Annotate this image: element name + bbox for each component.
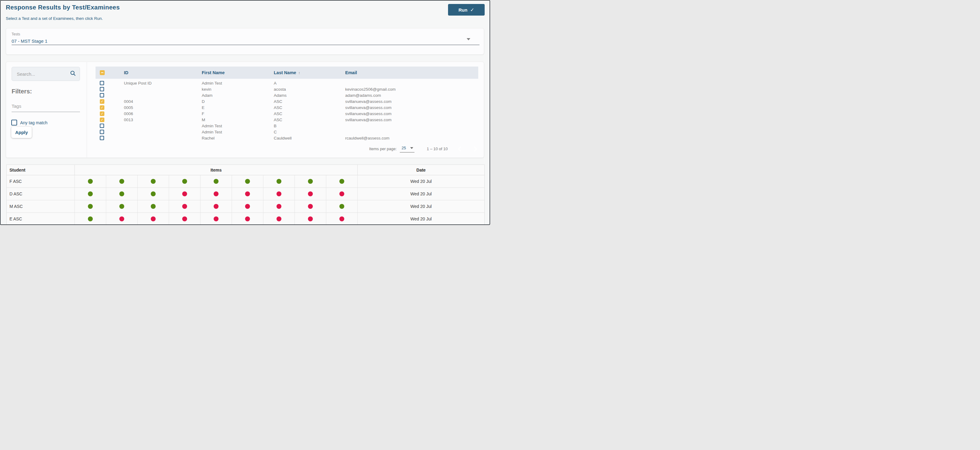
item-response-cell bbox=[169, 213, 200, 225]
page-header: Response Results by Test/Examinees Selec… bbox=[6, 4, 441, 21]
row-checkbox[interactable] bbox=[100, 124, 104, 128]
tags-input[interactable] bbox=[11, 102, 80, 112]
tests-select-label: Tests bbox=[11, 32, 479, 37]
pane-divider bbox=[87, 62, 87, 157]
row-checkbox-cell: ✓ bbox=[95, 105, 119, 110]
response-dot-correct bbox=[151, 191, 156, 196]
row-checkbox[interactable]: ✓ bbox=[100, 118, 104, 122]
examinee-row[interactable]: Unique Post IDAdmin TestA bbox=[95, 80, 478, 86]
response-dot-incorrect bbox=[245, 204, 250, 209]
item-response-cell bbox=[169, 188, 200, 200]
item-response-cell bbox=[294, 175, 326, 188]
response-dot-correct bbox=[214, 179, 218, 184]
results-date: Wed 20 Jul bbox=[357, 200, 484, 213]
cell-email: kevinacos2506@gmail.com bbox=[341, 87, 478, 92]
row-checkbox[interactable] bbox=[100, 87, 104, 91]
page-range-label: 1 – 10 of 10 bbox=[427, 146, 448, 151]
items-per-page-select[interactable]: 25 bbox=[400, 145, 414, 153]
examinee-row[interactable]: RachelCauldwellrcauldwell@assess.com bbox=[95, 135, 478, 141]
examinee-row[interactable]: Admin TestC bbox=[95, 129, 478, 135]
cell-email: adam@adams.com bbox=[341, 93, 478, 98]
response-dot-incorrect bbox=[182, 204, 187, 209]
item-response-cell bbox=[106, 213, 137, 225]
examinee-row[interactable]: AdamAdamsadam@adams.com bbox=[95, 92, 478, 98]
item-response-cell bbox=[263, 200, 294, 213]
chevron-left-icon bbox=[458, 146, 463, 151]
item-response-cell bbox=[326, 213, 357, 225]
row-checkbox[interactable]: ✓ bbox=[100, 99, 104, 104]
select-all-checkbox[interactable] bbox=[100, 70, 105, 75]
item-response-cell bbox=[137, 175, 169, 188]
response-dot-correct bbox=[182, 179, 187, 184]
row-checkbox[interactable]: ✓ bbox=[100, 105, 104, 110]
next-page-button[interactable] bbox=[473, 147, 477, 151]
row-checkbox-cell: ✓ bbox=[95, 118, 119, 122]
row-checkbox[interactable] bbox=[100, 136, 104, 140]
column-header-id[interactable]: ID bbox=[119, 70, 197, 75]
examinee-row[interactable]: ✓0004DASCsvillanueva@assess.com bbox=[95, 98, 478, 104]
run-button[interactable]: Run ✓ bbox=[448, 4, 485, 16]
tests-select-value[interactable]: 07 - MST Stage 1 bbox=[11, 38, 479, 44]
row-checkbox[interactable]: ✓ bbox=[100, 111, 104, 116]
response-dot-incorrect bbox=[339, 216, 344, 221]
any-tag-match-label: Any tag match bbox=[20, 120, 48, 125]
column-header-first-name[interactable]: First Name bbox=[197, 70, 269, 75]
cell-last-name: ASC bbox=[269, 105, 341, 110]
examinee-row[interactable]: ✓0013MASCsvillanueva@assess.com bbox=[95, 117, 478, 123]
response-dot-incorrect bbox=[119, 216, 124, 221]
cell-email: svillanueva@assess.com bbox=[341, 105, 478, 110]
row-checkbox[interactable] bbox=[100, 93, 104, 97]
column-header-email[interactable]: Email bbox=[341, 70, 478, 75]
apply-button[interactable]: Apply bbox=[11, 127, 32, 138]
row-checkbox[interactable] bbox=[100, 130, 104, 134]
response-dot-correct bbox=[119, 204, 124, 209]
search-box[interactable] bbox=[11, 67, 80, 81]
cell-first-name: Admin Test bbox=[197, 81, 269, 86]
row-checkbox-cell bbox=[95, 81, 119, 85]
response-dot-correct bbox=[308, 179, 313, 184]
row-checkbox-cell bbox=[95, 130, 119, 134]
search-input[interactable] bbox=[16, 71, 70, 77]
cell-first-name: D bbox=[197, 99, 269, 104]
check-icon: ✓ bbox=[470, 7, 474, 13]
tags-field[interactable] bbox=[11, 102, 80, 112]
cell-last-name: ASC bbox=[269, 111, 341, 116]
results-column-items: Items bbox=[75, 165, 357, 175]
item-response-cell bbox=[106, 188, 137, 200]
items-per-page-value: 25 bbox=[402, 146, 406, 150]
cell-email: svillanueva@assess.com bbox=[341, 99, 478, 104]
row-checkbox-cell: ✓ bbox=[95, 111, 119, 116]
item-response-cell bbox=[326, 175, 357, 188]
response-dot-incorrect bbox=[245, 216, 250, 221]
item-response-cell bbox=[137, 188, 169, 200]
item-response-cell bbox=[169, 175, 200, 188]
examinee-row[interactable]: ✓0006FASCsvillanueva@assess.com bbox=[95, 111, 478, 117]
results-student-name: E ASC bbox=[7, 216, 75, 221]
examinee-row[interactable]: kevinacostakevinacos2506@gmail.com bbox=[95, 86, 478, 92]
any-tag-match-option[interactable]: Any tag match bbox=[11, 120, 48, 126]
any-tag-match-checkbox[interactable] bbox=[11, 120, 17, 126]
cell-first-name: Adam bbox=[197, 93, 269, 98]
column-header-last-name-label: Last Name bbox=[274, 70, 296, 75]
cell-id: 0005 bbox=[119, 105, 197, 110]
tests-select-underline bbox=[11, 45, 479, 45]
row-checkbox[interactable] bbox=[100, 81, 104, 85]
item-response-cell bbox=[106, 200, 137, 213]
item-response-cell bbox=[200, 175, 232, 188]
chevron-down-icon[interactable] bbox=[467, 38, 470, 40]
examinee-row[interactable]: ✓0005EASCsvillanueva@assess.com bbox=[95, 104, 478, 111]
item-response-cell bbox=[75, 188, 106, 200]
previous-page-button[interactable] bbox=[458, 147, 462, 151]
results-row: M ASCWed 20 Jul bbox=[7, 200, 484, 213]
row-checkbox-cell bbox=[95, 124, 119, 128]
cell-last-name: Adams bbox=[269, 93, 341, 98]
cell-email: svillanueva@assess.com bbox=[341, 111, 478, 116]
cell-id: 0004 bbox=[119, 99, 197, 104]
results-column-student: Student bbox=[7, 168, 75, 172]
results-student-name: M ASC bbox=[7, 204, 75, 209]
column-header-last-name[interactable]: Last Name↑ bbox=[269, 70, 341, 75]
search-icon[interactable] bbox=[70, 70, 76, 78]
cell-last-name: Cauldwell bbox=[269, 136, 341, 140]
examinee-row[interactable]: Admin TestB bbox=[95, 123, 478, 129]
cell-first-name: M bbox=[197, 118, 269, 122]
